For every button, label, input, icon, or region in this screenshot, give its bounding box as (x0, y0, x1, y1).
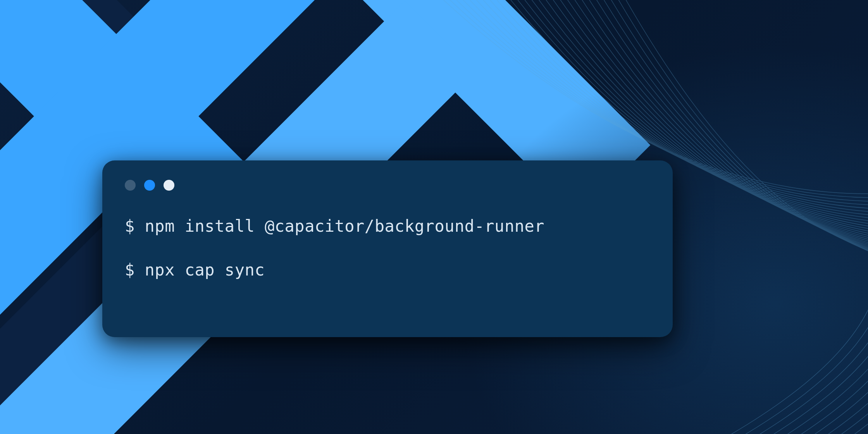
command-line: $ npx cap sync (125, 258, 650, 282)
command-text: npm install @capacitor/background-runner (145, 215, 544, 238)
terminal-window: $ npm install @capacitor/background-runn… (102, 160, 673, 337)
shell-prompt: $ (125, 258, 145, 282)
window-dot-close[interactable] (125, 180, 136, 191)
shell-prompt: $ (125, 215, 145, 238)
terminal-body: $ npm install @capacitor/background-runn… (125, 215, 650, 282)
window-dot-minimize[interactable] (144, 180, 155, 191)
command-line: $ npm install @capacitor/background-runn… (125, 215, 650, 238)
terminal-titlebar (125, 180, 650, 191)
window-dot-maximize[interactable] (164, 180, 174, 191)
command-text: npx cap sync (145, 258, 265, 282)
